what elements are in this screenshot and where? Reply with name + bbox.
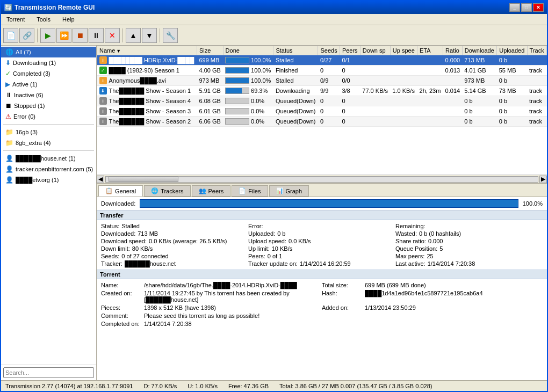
scrollbar-thumb[interactable] [109,177,178,182]
pieces-value: 1398 x 512 KB (have 1398) [144,304,322,311]
tab-graph[interactable]: 📊 Graph [269,185,309,197]
tab-files[interactable]: 📄 Files [232,185,268,197]
cell-eta: 2h, 23m [417,86,443,96]
sidebar-item-completed[interactable]: ✓ Completed (3) [1,68,96,79]
sidebar-label-all: All (7) [16,49,31,55]
tab-peers[interactable]: 👥 Peers [192,185,231,197]
col-size[interactable]: Size [197,46,223,55]
cell-seeds: 9/9 [318,86,340,96]
col-downspeed[interactable]: Down sp [360,46,390,55]
remove-icon[interactable]: ✕ [105,28,120,43]
cell-size: 4.00 GB [197,66,223,76]
sidebar-item-downloading[interactable]: ⬇ Downloading (1) [1,57,96,68]
maximize-button[interactable]: □ [521,3,532,12]
general-tab-label: General [115,188,136,194]
close-button[interactable]: ✕ [533,3,544,12]
table-row[interactable]: ⬇ The██████ Show - Season 1 5.91 GB 69.3… [97,86,547,96]
folder-icon-8gb: 📁 [5,139,13,147]
horizontal-scrollbar[interactable] [105,176,538,183]
table-row[interactable]: ⏸ Anonymous████.avi 973 MB 100.0% Stalle… [97,76,547,86]
ul-speed-value: 0.0 KB/s [289,238,311,244]
added-on-label: Added on: [322,304,365,311]
cell-eta [417,55,443,66]
tab-general[interactable]: 📋 General [98,185,143,197]
cell-seeds: 0 [318,117,340,127]
menu-help[interactable]: Help [59,15,78,24]
cell-name: ⏸ The██████ Show - Season 3 [97,106,197,117]
cell-uploaded: 55 MB [497,66,527,76]
cell-eta [417,96,443,106]
col-done[interactable]: Done [223,46,273,55]
stop-icon[interactable]: ⏹ [73,28,88,43]
add-url-icon[interactable]: 🔗 [19,28,34,43]
table-row[interactable]: ⏸ The██████ Show - Season 3 6.01 GB 0.0%… [97,106,547,117]
downloaded-lbl: Downloaded: [101,230,135,237]
col-ratio[interactable]: Ratio [443,46,463,55]
sidebar-item-active[interactable]: ▶ Active (1) [1,79,96,90]
col-status[interactable]: Status [273,46,318,55]
stop-all-icon[interactable]: ⏸ [89,28,104,43]
sidebar-divider-2 [3,150,94,151]
row-status-icon: ⏸ [99,107,107,115]
cell-peers: 0 [340,106,360,117]
tab-trackers[interactable]: 🌐 Trackers [144,185,190,197]
cell-status: Queued(Down) [273,117,318,127]
col-upspeed[interactable]: Up spee [390,46,417,55]
col-peers[interactable]: Peers [340,46,360,55]
menu-tools[interactable]: Tools [33,15,54,24]
cell-upspeed [390,66,417,76]
start-all-icon[interactable]: ⏩ [56,28,71,43]
scroll-right-btn[interactable]: ▶ [539,176,547,183]
downloaded-label: Downloaded: [101,200,135,207]
table-row[interactable]: ⏸ ████████.HDRip.XviD-████ 699 MB 100.0%… [97,55,547,66]
row-status-icon: ⏸ [99,56,107,64]
table-row[interactable]: ⏸ The██████ Show - Season 2 6.06 GB 0.0%… [97,117,547,127]
menu-torrent[interactable]: Torrent [3,15,28,24]
cell-done: 0.0% [223,106,273,117]
col-downloaded[interactable]: Downloade [462,46,496,55]
start-icon[interactable]: ▶ [40,28,55,43]
col-uploaded[interactable]: Uploaded [497,46,527,55]
col-seeds[interactable]: Seeds [318,46,340,55]
up-limit-value: 10 KB/s [272,245,293,252]
downloading-icon: ⬇ [5,59,11,67]
status-label: Status: [101,223,119,229]
torrent-table[interactable]: Name▼ Size Done Status Seeds Peers Down … [97,46,547,175]
sidebar-item-tracker1[interactable]: 👤 ██████house.net (1) [1,153,96,164]
search-input[interactable] [3,367,94,378]
sidebar-item-8gb[interactable]: 📁 8gb_extra (4) [1,137,96,148]
minimize-button[interactable]: _ [509,3,520,12]
cell-peers: 0 [340,117,360,127]
wasted-label: Wasted: [395,230,417,237]
row-status-icon: ⬇ [99,87,107,95]
comment-label: Comment: [101,312,144,320]
settings-icon[interactable]: 🔧 [163,28,178,43]
sidebar-label-inactive: Inactive (6) [14,92,43,98]
table-row[interactable]: ✓ ████ (1982-90) Season 1 4.00 GB 100.0%… [97,66,547,76]
sidebar-item-tracker2[interactable]: 👤 tracker.openbittorrent.com (5) [1,164,96,175]
sidebar-item-error[interactable]: ⚠ Error (0) [1,111,96,122]
cell-downspeed [360,55,390,66]
col-name[interactable]: Name▼ [97,46,197,55]
sidebar-item-16gb[interactable]: 📁 16gb (3) [1,127,96,137]
sidebar: 🌐 All (7) ⬇ Downloading (1) ✓ Completed … [1,46,97,380]
cell-track [527,76,546,86]
sidebar-item-all[interactable]: 🌐 All (7) [1,47,96,57]
dl-speed-value: 0.0 KB/s (average: 26.5 KB/s) [149,238,227,244]
move-up-icon[interactable]: ▲ [126,28,141,43]
add-torrent-icon[interactable]: 📄 [3,28,18,43]
move-down-icon[interactable]: ▼ [142,28,157,43]
sidebar-item-stopped[interactable]: ⏹ Stopped (1) [1,100,96,111]
peers-lbl: Peers: [248,253,265,259]
sidebar-item-inactive[interactable]: ⏸ Inactive (6) [1,90,96,100]
col-eta[interactable]: ETA [417,46,443,55]
col-track[interactable]: Track [527,46,546,55]
cell-peers: 0 [340,66,360,76]
table-row[interactable]: ⏸ The██████ Show - Season 4 6.08 GB 0.0%… [97,96,547,106]
peers-tab-label: Peers [208,188,224,194]
hash-label: Hash: [322,289,365,303]
sidebar-item-tracker3[interactable]: 👤 ████etv.org (1) [1,175,96,185]
max-peers-label: Max peers: [395,253,424,259]
share-ratio-value: 0.000 [428,238,443,244]
scroll-left-btn[interactable]: ◀ [97,176,104,183]
